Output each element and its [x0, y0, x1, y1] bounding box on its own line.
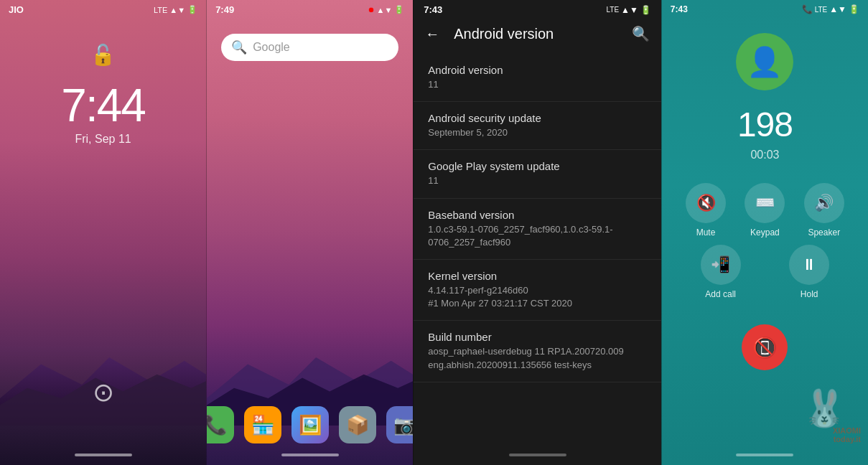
- add-call-button[interactable]: 📲: [701, 245, 741, 285]
- android-toolbar: ← Android version 🔍: [414, 19, 661, 48]
- signal-icon-2: ▲▼: [377, 6, 393, 14]
- call-icon-status: 📞: [802, 4, 813, 14]
- status-bar-4: 7:43 📞 LTE ▲▼ 🔋: [662, 0, 868, 19]
- lte-icon: LTE: [154, 6, 167, 14]
- contact-avatar: 👤: [736, 33, 793, 90]
- hold-button[interactable]: ⏸: [789, 245, 829, 285]
- home-bar-1: [75, 454, 132, 456]
- dock: 📞 🏪 🖼️ 📦 📷: [206, 406, 413, 443]
- android-version-title: Android version: [454, 26, 632, 42]
- android-info-list: Android version 11 Android security upda…: [414, 48, 661, 450]
- battery-icon-2: 🔋: [394, 5, 404, 14]
- toolbar-search-icon[interactable]: 🔍: [632, 25, 650, 42]
- android-version-panel: 7:43 LTE ▲▼ 🔋 ← Android version 🔍 Androi…: [413, 0, 661, 465]
- android-version-value: 11: [428, 78, 647, 91]
- watermark: XIAOMI today.it: [833, 426, 861, 443]
- carrier-label: JIO: [9, 4, 24, 15]
- lte-icon-4: LTE: [815, 6, 828, 14]
- android-version-row: Android version 11: [414, 54, 661, 102]
- end-call-button[interactable]: 📵: [742, 324, 788, 370]
- build-number-value: aosp_raphael-userdebug 11 RP1A.200720.00…: [428, 345, 647, 371]
- search-icon: 🔍: [231, 39, 247, 55]
- status-bar-3: 7:43 LTE ▲▼ 🔋: [414, 0, 661, 19]
- call-actions-row1: 🔇 Mute ⌨️ Keypad 🔊 Speaker: [662, 161, 868, 245]
- rec-icon: ⏺: [368, 6, 375, 14]
- keypad-label: Keypad: [750, 227, 780, 238]
- dock-gallery[interactable]: 🖼️: [291, 406, 329, 443]
- speaker-label: Speaker: [808, 227, 840, 238]
- keypad-action[interactable]: ⌨️ Keypad: [745, 183, 785, 238]
- google-play-label: Google Play system update: [428, 160, 647, 172]
- baseband-label: Baseband version: [428, 209, 647, 221]
- status-icons-3: LTE ▲▼ 🔋: [606, 5, 650, 15]
- back-button[interactable]: ←: [425, 26, 439, 42]
- speaker-button[interactable]: 🔊: [804, 183, 844, 223]
- home-bar-2: [281, 454, 339, 456]
- lte-icon-3: LTE: [606, 6, 619, 14]
- lock-screen-time: 7:44: [61, 79, 145, 132]
- dock-phone[interactable]: 📞: [206, 406, 234, 443]
- call-screen-panel: 7:43 📞 LTE ▲▼ 🔋 👤 198 00:03 🔇 Mute ⌨️ Ke…: [661, 0, 868, 465]
- call-actions-row2: 📲 Add call ⏸ Hold: [662, 245, 868, 314]
- kernel-label: Kernel version: [428, 270, 647, 282]
- android-time: 7:43: [424, 4, 442, 15]
- android-security-label: Android security update: [428, 112, 647, 124]
- hold-icon: ⏸: [801, 255, 817, 274]
- fingerprint-icon[interactable]: ⊙: [93, 377, 114, 408]
- dock-camera[interactable]: 📷: [386, 406, 414, 443]
- mute-icon: 🔇: [696, 194, 716, 212]
- add-call-label: Add call: [705, 289, 736, 299]
- mute-button[interactable]: 🔇: [686, 183, 726, 223]
- google-play-value: 11: [428, 174, 647, 187]
- signal-icon-4: ▲▼: [829, 4, 846, 14]
- status-icons-4: 📞 LTE ▲▼ 🔋: [802, 4, 859, 14]
- android-version-label: Android version: [428, 64, 647, 76]
- status-bar-2: 7:49 ⏺ ▲▼ 🔋: [207, 0, 413, 19]
- add-call-action[interactable]: 📲 Add call: [701, 245, 741, 299]
- search-bar[interactable]: 🔍 Google: [221, 34, 398, 61]
- build-number-label: Build number: [428, 331, 647, 343]
- mute-action[interactable]: 🔇 Mute: [686, 183, 726, 238]
- dock-store[interactable]: 🏪: [244, 406, 281, 443]
- lock-icon: 🔓: [90, 43, 116, 67]
- hold-action[interactable]: ⏸ Hold: [789, 245, 829, 299]
- status-bar-1: JIO LTE ▲▼ 🔋: [0, 0, 206, 19]
- caller-number: 198: [662, 105, 868, 144]
- build-number-row: Build number aosp_raphael-userdebug 11 R…: [414, 321, 661, 382]
- bunny-illustration: 🐰: [802, 388, 846, 429]
- lock-screen-panel: JIO LTE ▲▼ 🔋 🔓 7:44 Fri, Sep 11 ⊙: [0, 0, 206, 465]
- keypad-icon: ⌨️: [755, 194, 775, 212]
- add-call-icon: 📲: [711, 255, 730, 274]
- avatar-icon: 👤: [747, 45, 783, 79]
- dock-apk[interactable]: 📦: [339, 406, 376, 443]
- call-duration: 00:03: [662, 149, 868, 161]
- hold-label: Hold: [801, 289, 818, 299]
- mute-label: Mute: [696, 227, 716, 238]
- status-icons-1: LTE ▲▼ 🔋: [154, 5, 197, 14]
- home-time: 7:49: [215, 4, 234, 15]
- search-input[interactable]: Google: [253, 41, 290, 54]
- watermark-domain: today.it: [833, 435, 861, 443]
- signal-icon: ▲▼: [169, 6, 185, 14]
- watermark-brand: XIAOMI: [833, 426, 861, 435]
- battery-icon-4: 🔋: [849, 4, 859, 14]
- android-security-row: Android security update September 5, 202…: [414, 102, 661, 150]
- google-play-row: Google Play system update 11: [414, 150, 661, 198]
- baseband-value: 1.0.c3-59.1-0706_2257_facf960,1.0.c3-59.…: [428, 223, 647, 249]
- end-call-icon: 📵: [752, 336, 778, 360]
- baseband-row: Baseband version 1.0.c3-59.1-0706_2257_f…: [414, 199, 661, 260]
- status-icons-2: ⏺ ▲▼ 🔋: [368, 5, 405, 14]
- keypad-button[interactable]: ⌨️: [745, 183, 785, 223]
- signal-icon-3: ▲▼: [621, 5, 638, 15]
- kernel-row: Kernel version 4.14.117-perf-g2146d60#1 …: [414, 260, 661, 321]
- speaker-action[interactable]: 🔊 Speaker: [804, 183, 844, 238]
- android-security-value: September 5, 2020: [428, 126, 647, 139]
- kernel-value: 4.14.117-perf-g2146d60#1 Mon Apr 27 03:2…: [428, 284, 647, 310]
- call-time: 7:43: [671, 4, 688, 14]
- home-screen-panel: 7:49 ⏺ ▲▼ 🔋 🔍 Google 📞 🏪 🖼️ 📦 📷: [206, 0, 413, 465]
- battery-icon: 🔋: [187, 5, 197, 14]
- home-bar-3: [509, 454, 566, 456]
- battery-icon-3: 🔋: [640, 5, 651, 15]
- speaker-icon: 🔊: [814, 194, 834, 212]
- lock-screen-date: Fri, Sep 11: [75, 133, 131, 146]
